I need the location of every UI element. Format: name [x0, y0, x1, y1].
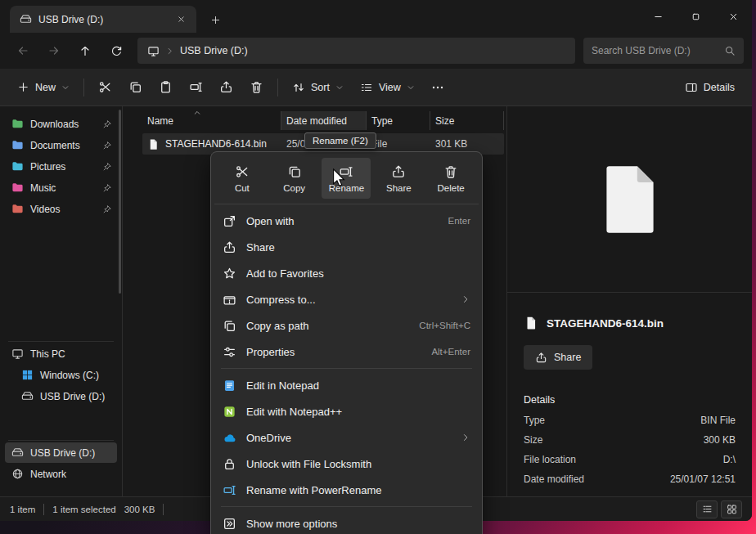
menu-item-edit-in-notepad[interactable]: Edit in Notepad: [214, 372, 479, 398]
refresh-button[interactable]: [101, 38, 131, 64]
tab-title: USB Drive (D:): [38, 14, 164, 25]
sidebar-item-label: This PC: [30, 348, 65, 360]
menu-item-onedrive[interactable]: OneDrive: [214, 424, 479, 451]
quick-action-rename[interactable]: Rename: [322, 158, 371, 199]
command-toolbar: New Sort View Details: [0, 69, 752, 106]
details-section-title: Details: [507, 370, 752, 411]
share-icon: [223, 240, 236, 254]
details-share-button[interactable]: Share: [524, 345, 592, 370]
sidebar-divider: [8, 440, 114, 441]
sidebar-item-usb-drive-tree[interactable]: USB Drive (D:): [5, 386, 117, 406]
forward-button[interactable]: [39, 38, 69, 64]
icons-view-toggle[interactable]: [721, 500, 742, 518]
tab-close-button[interactable]: [170, 10, 191, 29]
menu-item-edit-with-notepadpp[interactable]: Edit with Notepad++: [214, 398, 479, 424]
sidebar-item-usb-drive[interactable]: USB Drive (D:): [5, 442, 117, 463]
column-header-name[interactable]: Name: [142, 111, 281, 130]
menu-item-properties[interactable]: Properties Alt+Enter: [214, 339, 479, 365]
delete-button[interactable]: [242, 74, 271, 101]
sidebar-item-network[interactable]: Network: [5, 464, 117, 484]
menu-item-unlock-file-locksmith[interactable]: Unlock with File Locksmith: [214, 451, 479, 477]
column-header-size[interactable]: Size: [430, 111, 504, 130]
sidebar-item-music[interactable]: Music: [5, 177, 117, 198]
sidebar-scrollbar[interactable]: [119, 110, 121, 294]
column-label: Name: [147, 115, 173, 127]
rename-tooltip: Rename (F2): [304, 132, 376, 149]
explorer-tab[interactable]: USB Drive (D:): [10, 6, 196, 33]
list-header: Name Date modified Type Size: [142, 111, 506, 130]
new-button[interactable]: New: [10, 74, 77, 101]
selection-count: 1 item selected: [52, 505, 115, 514]
menu-item-compress-to[interactable]: Compress to...: [214, 286, 479, 312]
quick-action-delete[interactable]: Delete: [426, 158, 475, 199]
cut-button[interactable]: [91, 74, 119, 101]
copy-button[interactable]: [121, 74, 150, 101]
menu-item-open-with[interactable]: Open with Enter: [214, 208, 479, 234]
details-pane-toggle[interactable]: Details: [677, 74, 742, 101]
sort-icon: [292, 81, 305, 94]
quick-action-copy[interactable]: Copy: [270, 158, 319, 199]
sidebar-item-documents[interactable]: Documents: [5, 135, 117, 155]
menu-item-rename-with-powerrename[interactable]: Rename with PowerRename: [214, 477, 479, 503]
menu-item-label: Edit in Notepad: [246, 379, 319, 392]
new-label: New: [35, 82, 56, 93]
submenu-chevron-icon: [461, 433, 470, 442]
compress-icon: [223, 293, 236, 307]
up-button[interactable]: [70, 38, 100, 64]
sidebar-item-downloads[interactable]: Downloads: [5, 114, 117, 134]
column-header-date-modified[interactable]: Date modified: [281, 111, 367, 130]
new-tab-button[interactable]: [205, 10, 226, 29]
minimize-button[interactable]: [639, 0, 677, 33]
breadcrumb[interactable]: USB Drive (D:): [137, 38, 575, 64]
chevron-right-icon: [165, 47, 174, 56]
close-icon: [728, 11, 739, 22]
copy-icon: [128, 80, 142, 94]
menu-item-add-to-favorites[interactable]: Add to Favorites: [214, 260, 479, 286]
share-icon: [391, 164, 406, 179]
menu-item-copy-as-path[interactable]: Copy as path Ctrl+Shift+C: [214, 312, 479, 339]
sidebar-spacer: [0, 220, 122, 339]
copy-icon: [287, 164, 302, 179]
sort-button[interactable]: Sort: [285, 74, 351, 101]
field-value: D:\: [723, 454, 736, 465]
sidebar-spacer: [0, 407, 122, 438]
menu-item-show-more-options[interactable]: Show more options: [214, 510, 479, 534]
sidebar-divider: [8, 341, 114, 342]
back-button[interactable]: [8, 38, 38, 64]
rename-button[interactable]: [182, 74, 210, 101]
menu-item-share[interactable]: Share: [214, 234, 479, 260]
column-header-type[interactable]: Type: [367, 111, 430, 130]
search-input[interactable]: [592, 45, 719, 56]
detail-field-type: Type BIN File: [507, 411, 752, 430]
menu-item-label: Unlock with File Locksmith: [246, 458, 371, 470]
close-button[interactable]: [714, 0, 752, 33]
notepad-icon: [223, 379, 236, 393]
maximize-button[interactable]: [677, 0, 714, 33]
file-preview: [507, 106, 752, 293]
quick-action-share[interactable]: Share: [374, 158, 423, 199]
sort-label: Sort: [311, 82, 330, 93]
view-button[interactable]: View: [353, 74, 422, 101]
field-value: BIN File: [700, 415, 736, 426]
item-count: 1 item: [10, 505, 35, 514]
icons-view-icon: [727, 504, 737, 514]
sidebar-item-pictures[interactable]: Pictures: [5, 156, 117, 177]
column-label: Type: [371, 115, 393, 127]
sidebar-item-videos[interactable]: Videos: [5, 199, 117, 219]
details-view-toggle[interactable]: [696, 500, 718, 518]
more-options-button[interactable]: [424, 74, 452, 101]
downloads-folder-icon: [11, 118, 24, 130]
menu-item-label: Rename with PowerRename: [246, 484, 381, 496]
share-button[interactable]: [212, 74, 241, 101]
sidebar-item-windows-c[interactable]: Windows (C:): [5, 365, 117, 385]
paste-button[interactable]: [151, 74, 180, 101]
field-label: Date modified: [524, 473, 584, 485]
menu-item-label: Share: [246, 241, 275, 254]
view-label: View: [379, 82, 401, 93]
quick-actions-row: Cut Copy Rename Share Delete: [214, 155, 479, 204]
quick-action-cut[interactable]: Cut: [218, 158, 267, 199]
detail-field-date-modified: Date modified 25/01/07 12:51: [507, 469, 752, 489]
sidebar-item-this-pc[interactable]: This PC: [5, 343, 117, 364]
onedrive-cloud-icon: [223, 431, 236, 445]
trash-icon: [250, 80, 263, 94]
